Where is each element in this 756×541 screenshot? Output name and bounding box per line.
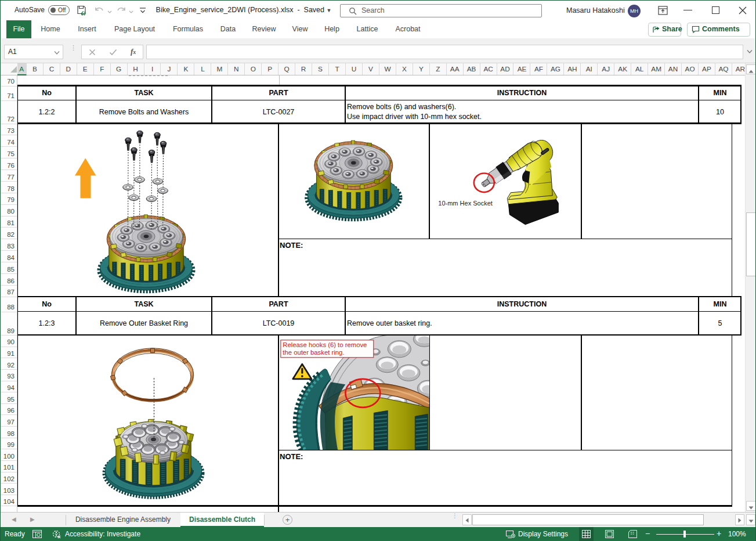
svg-text:Release hooks (6) to remove: Release hooks (6) to remove (283, 341, 367, 348)
svg-text:10-mm Hex Socket: 10-mm Hex Socket (438, 200, 493, 207)
svg-text:the outer basket ring.: the outer basket ring. (283, 349, 344, 356)
